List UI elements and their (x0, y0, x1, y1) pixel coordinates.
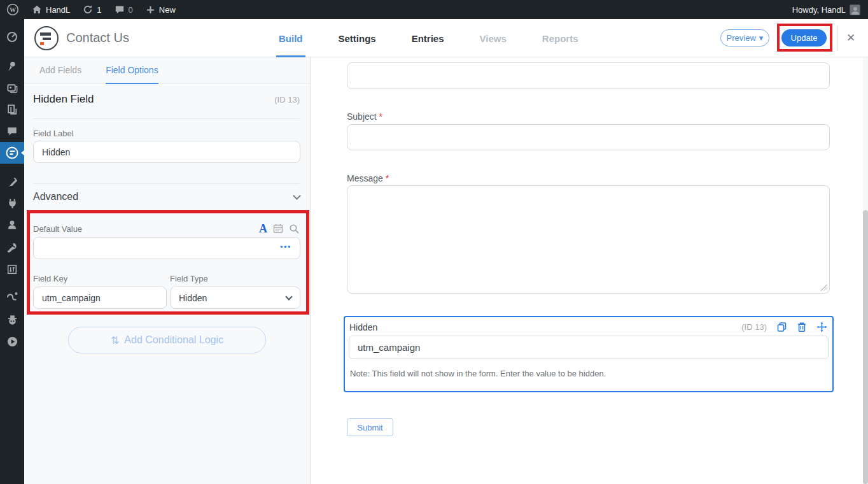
sidebar-item-pages[interactable] (0, 99, 24, 120)
hidden-field-note: Note: This field will not show in the fo… (350, 369, 606, 378)
formidable-icon (5, 146, 19, 160)
add-conditional-logic-button[interactable]: ⇅ Add Conditional Logic (68, 327, 266, 353)
sidebar-item-presenter[interactable] (0, 331, 24, 352)
svg-text:W: W (10, 6, 16, 13)
delete-icon[interactable] (797, 322, 807, 332)
advanced-label: Advanced (33, 191, 78, 203)
spy-icon (6, 314, 18, 326)
play-circle-icon (6, 336, 18, 348)
avatar (850, 4, 860, 15)
field-key-label: Field Key (33, 274, 67, 283)
required-asterisk: * (386, 173, 389, 183)
ellipsis-options-button[interactable]: ••• (280, 242, 291, 252)
caret-down-icon: ▾ (759, 33, 764, 43)
field-options-panel: Add Fields Field Options Hidden Field (I… (24, 57, 311, 484)
search-icon[interactable] (289, 224, 300, 234)
form-field-input[interactable] (347, 62, 830, 89)
builder-tabs: Build Settings Entries Views Reports (261, 19, 596, 57)
hidden-field-card-selected[interactable]: Hidden (ID 13) Note: This field will not… (344, 316, 834, 392)
message-textarea[interactable] (347, 185, 830, 294)
header-divider (837, 25, 838, 51)
duplicate-icon[interactable] (776, 322, 787, 332)
plugins-plug-icon (6, 197, 18, 210)
field-type-select[interactable]: Hidden (170, 287, 300, 309)
move-icon[interactable] (816, 322, 827, 332)
tab-reports[interactable]: Reports (524, 19, 596, 57)
calendar-icon[interactable] (273, 224, 283, 234)
hidden-field-value-input[interactable] (349, 336, 829, 359)
tab-entries[interactable]: Entries (394, 19, 462, 57)
conditional-logic-icon: ⇅ (111, 334, 119, 346)
builder-header: Contact Us Build Settings Entries Views … (24, 19, 868, 57)
sidebar-item-appearance[interactable] (0, 171, 24, 192)
comments-icon (6, 125, 18, 137)
divider (33, 118, 300, 119)
tab-field-options[interactable]: Field Options (106, 57, 158, 83)
sidebar-item-dashboard[interactable] (0, 26, 24, 48)
scrollbar-thumb[interactable] (863, 210, 868, 484)
home-icon (32, 4, 42, 15)
updates-menu[interactable]: 1 (76, 0, 108, 19)
media-icon (6, 82, 18, 94)
comments-menu[interactable]: 0 (108, 0, 139, 19)
sidebar-item-spy[interactable] (0, 309, 24, 331)
tab-add-fields[interactable]: Add Fields (39, 57, 81, 83)
wp-sidebar (0, 19, 24, 484)
sidebar-item-formidable[interactable] (0, 142, 24, 164)
resize-grip[interactable] (821, 285, 827, 291)
wp-admin-bar: W HandL 1 0 New (0, 0, 868, 19)
submit-button[interactable]: Submit (347, 418, 393, 436)
screen: W HandL 1 0 New (0, 0, 868, 484)
updates-count: 1 (97, 5, 101, 15)
sidebar-item-posts[interactable] (0, 55, 24, 77)
panel-tabs: Add Fields Field Options (24, 57, 310, 83)
subject-label: Subject * (347, 111, 382, 122)
sidebar-item-settings[interactable] (0, 259, 24, 280)
field-id-badge: (ID 13) (274, 95, 300, 104)
advanced-section-toggle[interactable]: Advanced (33, 191, 300, 203)
sidebar-item-utm-grabber[interactable] (0, 285, 24, 306)
field-key-input[interactable] (33, 287, 167, 309)
tools-wrench-icon (6, 242, 18, 253)
tab-views[interactable]: Views (462, 19, 524, 57)
comments-bubble-icon (115, 4, 125, 15)
tab-build[interactable]: Build (261, 19, 321, 57)
text-A-icon[interactable]: A (259, 223, 267, 234)
sidebar-item-media[interactable] (0, 77, 24, 99)
howdy-text: Howdy, HandL (792, 5, 846, 15)
preview-button[interactable]: Preview▾ (720, 29, 769, 46)
field-type-label: Field Type (170, 274, 208, 283)
plus-icon (146, 5, 155, 15)
default-value-label: Default Value (33, 224, 82, 234)
site-name: HandL (46, 5, 70, 15)
sidebar-item-tools[interactable] (0, 237, 24, 259)
form-preview: Subject * Message * Hidden (ID 13) (311, 57, 868, 484)
howdy-menu[interactable]: Howdy, HandL (786, 0, 860, 19)
field-label-input[interactable] (33, 141, 300, 163)
formidable-logo (34, 26, 59, 50)
wp-logo-menu[interactable]: W (0, 0, 25, 19)
close-icon[interactable]: ✕ (846, 31, 855, 45)
sidebar-item-comments[interactable] (0, 120, 24, 142)
new-label: New (159, 5, 176, 15)
sidebar-item-users[interactable] (0, 214, 24, 236)
new-menu[interactable]: New (139, 0, 182, 19)
comments-count: 0 (129, 5, 133, 15)
panel-section-title: Hidden Field (33, 93, 94, 106)
field-id-badge: (ID 13) (741, 322, 767, 332)
divider (33, 183, 300, 184)
settings-sliders-icon (6, 264, 18, 275)
field-label-label: Field Label (33, 129, 74, 138)
tab-settings[interactable]: Settings (321, 19, 394, 57)
utm-hook-icon (6, 289, 18, 302)
subject-input[interactable] (347, 124, 830, 150)
required-asterisk: * (379, 111, 382, 122)
message-label: Message * (347, 173, 389, 183)
hidden-field-label: Hidden (349, 322, 377, 332)
site-menu[interactable]: HandL (25, 0, 76, 19)
sidebar-item-plugins[interactable] (0, 192, 24, 214)
pin-icon (6, 60, 18, 72)
update-button[interactable]: Update (781, 29, 827, 46)
scrollbar-track[interactable] (863, 57, 868, 484)
default-value-input[interactable] (33, 237, 300, 259)
